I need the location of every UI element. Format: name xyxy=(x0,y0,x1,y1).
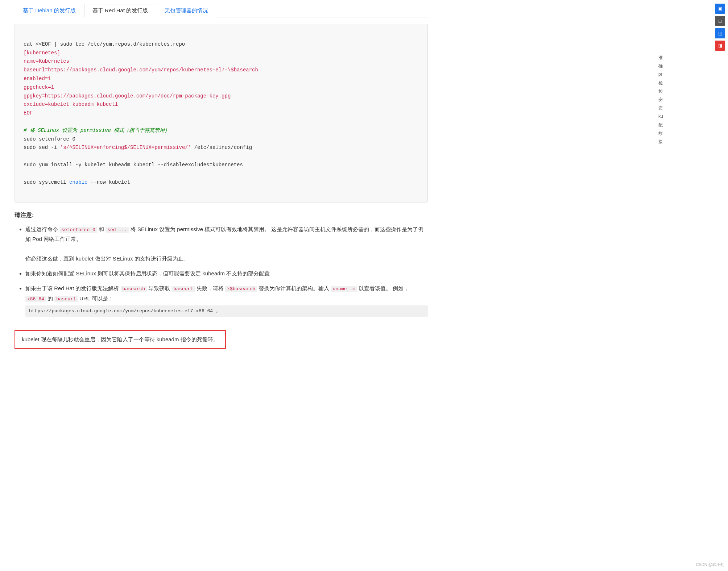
tab-redhat[interactable]: 基于 Red Hat 的发行版 xyxy=(84,4,156,17)
code-line-11: sudo sed -i 's/^SELINUX=enforcing$/SELIN… xyxy=(24,145,252,150)
list-item: 如果由于该 Red Hat 的发行版无法解析 basearch 导致获取 bas… xyxy=(25,283,428,317)
sidebar-icon-4[interactable]: ◨ xyxy=(715,41,725,51)
sidebar-nav-item[interactable]: 检 xyxy=(658,80,716,87)
code-line-9: EOF xyxy=(24,110,33,116)
inline-code-basearch2: \$basearch xyxy=(225,286,257,292)
inline-code-basearch: basearch xyxy=(121,286,147,292)
sidebar-nav-item[interactable]: 接 xyxy=(658,138,716,145)
sidebar-nav-item[interactable]: 配 xyxy=(658,122,716,129)
inline-code-baseurl2: baseurl xyxy=(54,296,78,302)
inline-code-sed: sed ... xyxy=(106,227,129,233)
sidebar-nav: 准 确 pr 检 检 安 安 ku 配 故 接 xyxy=(658,54,725,145)
code-line-10: sudo setenforce 0 xyxy=(24,136,75,142)
note-item-3-text: 如果由于该 Red Hat 的发行版无法解析 basearch 导致获取 bas… xyxy=(25,285,409,301)
csdn-watermark: CSDN @软小钊 xyxy=(696,562,724,567)
sidebar-icon-3[interactable]: ◫ xyxy=(715,28,725,38)
sidebar-nav-item[interactable]: 安 xyxy=(658,105,716,112)
code-line-12: sudo yum install -y kubelet kubeadm kube… xyxy=(24,162,243,168)
sidebar-nav-item[interactable]: 确 xyxy=(658,63,716,70)
sidebar-nav-item[interactable]: 准 xyxy=(658,54,716,61)
sidebar-nav-item[interactable]: pr xyxy=(658,71,716,78)
example-url: https://packages.cloud.google.com/yum/re… xyxy=(25,305,428,317)
tab-bar: 基于 Debian 的发行版 基于 Red Hat 的发行版 无包管理器的情况 xyxy=(15,4,428,17)
note-item-2-text: 如果你知道如何配置 SELinux 则可以将其保持启用状态，但可能需要设定 ku… xyxy=(25,270,270,276)
inline-code-x86: x86_64 xyxy=(25,296,46,302)
code-line-2: [kubernetes] xyxy=(24,50,60,56)
sidebar-icons: ▣ ◻ ◫ ◨ xyxy=(658,4,725,51)
tab-nopkg[interactable]: 无包管理器的情况 xyxy=(156,4,216,17)
note-section: 请注意: 通过运行命令 setenforce 0 和 sed ... 将 SEL… xyxy=(15,210,428,317)
code-line-comment: # 将 SELinux 设置为 permissive 模式（相当于将其禁用） xyxy=(24,128,170,133)
sidebar-nav-item[interactable]: 检 xyxy=(658,88,716,95)
tab-debian[interactable]: 基于 Debian 的发行版 xyxy=(15,4,84,17)
right-sidebar: ▣ ◻ ◫ ◨ 准 确 pr 检 检 安 安 ku 配 故 接 xyxy=(655,0,728,149)
sidebar-nav-item[interactable]: ku xyxy=(658,113,716,120)
code-line-6: gpgcheck=1 xyxy=(24,84,54,90)
code-line-4: baseurl=https://packages.cloud.google.co… xyxy=(24,67,258,73)
code-line-7: gpgkey=https://packages.cloud.google.com… xyxy=(24,93,231,99)
sidebar-icon-1[interactable]: ▣ xyxy=(715,4,725,14)
note-title: 请注意: xyxy=(15,210,428,221)
code-line-5: enabled=1 xyxy=(24,76,51,82)
inline-code-uname: uname -m xyxy=(331,286,357,292)
note-item-1-text: 通过运行命令 setenforce 0 和 sed ... 将 SELinux … xyxy=(25,226,423,242)
sidebar-nav-item[interactable]: 故 xyxy=(658,130,716,137)
sidebar-icon-2[interactable]: ◻ xyxy=(715,16,725,26)
note-item-1-extra: 你必须这么做，直到 kubelet 做出对 SELinux 的支持进行升级为止。 xyxy=(25,255,189,262)
code-line-8: exclude=kubelet kubeadm kubectl xyxy=(24,101,118,107)
code-block: cat <<EOF | sudo tee /etc/yum.repos.d/ku… xyxy=(15,24,428,203)
code-line-1: cat <<EOF | sudo tee /etc/yum.repos.d/ku… xyxy=(24,41,185,47)
list-item: 通过运行命令 setenforce 0 和 sed ... 将 SELinux … xyxy=(25,224,428,263)
warning-text: kubelet 现在每隔几秒就会重启，因为它陷入了一个等待 kubeadm 指令… xyxy=(22,336,219,342)
code-line-13: sudo systemctl enable --now kubelet xyxy=(24,179,130,185)
code-line-3: name=Kubernetes xyxy=(24,58,69,64)
note-list: 通过运行命令 setenforce 0 和 sed ... 将 SELinux … xyxy=(15,224,428,317)
list-item: 如果你知道如何配置 SELinux 则可以将其保持启用状态，但可能需要设定 ku… xyxy=(25,268,428,278)
inline-code-baseurl: baseurl xyxy=(171,286,195,292)
warning-box: kubelet 现在每隔几秒就会重启，因为它陷入了一个等待 kubeadm 指令… xyxy=(15,330,226,349)
inline-code-setenforce: setenforce 0 xyxy=(59,227,97,233)
sidebar-nav-item[interactable]: 安 xyxy=(658,96,716,103)
